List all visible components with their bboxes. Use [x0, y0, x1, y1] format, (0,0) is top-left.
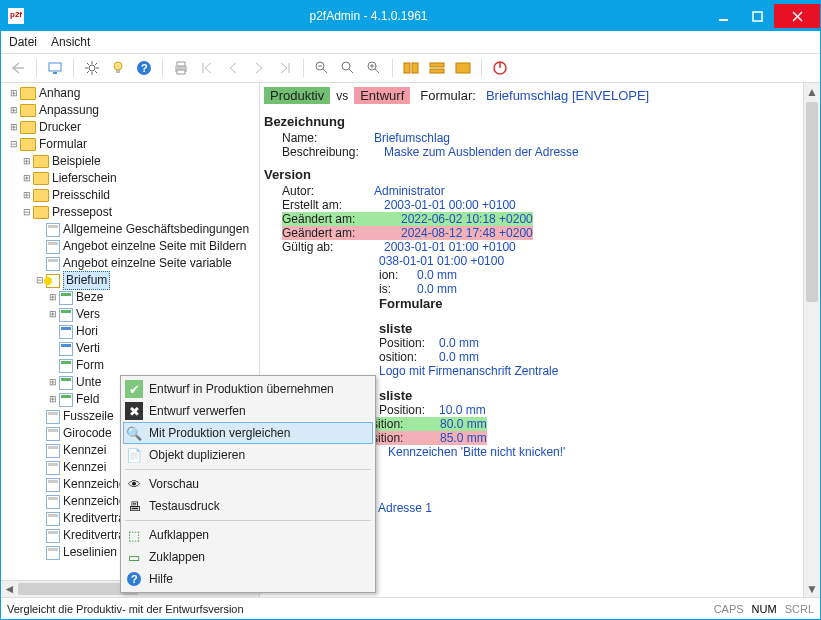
ctx-preview[interactable]: 👁Vorschau [123, 473, 373, 495]
tree-node-anhang[interactable]: ⊞Anhang [7, 85, 259, 102]
ctx-collapse[interactable]: ▭Zuklappen [123, 546, 373, 568]
gear-icon[interactable] [81, 57, 103, 79]
folder-icon [33, 155, 49, 168]
scroll-up-icon[interactable]: ▲ [804, 83, 820, 100]
svg-rect-5 [53, 72, 57, 74]
form-name-link[interactable]: Briefumschlag [ENVELOPE] [486, 88, 649, 103]
window-tile-icon[interactable] [400, 57, 422, 79]
draft-page-icon [46, 274, 60, 288]
folder-icon [33, 189, 49, 202]
tree-node-hori[interactable]: ....Hori [7, 323, 259, 340]
ctx-duplicate[interactable]: 📄Objekt duplizieren [123, 444, 373, 466]
tree-node-vers[interactable]: ...⊞Vers [7, 306, 259, 323]
scroll-thumb[interactable] [806, 102, 818, 302]
duplicate-icon: 📄 [125, 446, 143, 464]
subform-link[interactable]: Kennzeichen 'Bitte nicht knicken!' [388, 445, 565, 459]
svg-rect-2 [719, 19, 728, 21]
monitor-icon[interactable] [44, 57, 66, 79]
tree-node-angebot-var[interactable]: ...Angebot einzelne Seite variable [7, 255, 259, 272]
productive-tag: Produktiv [264, 87, 330, 104]
title-bar: p2f p2fAdmin - 4.1.0.1961 [1, 1, 820, 31]
scrl-indicator: SCRL [785, 603, 814, 615]
help-icon[interactable]: ? [133, 57, 155, 79]
page-icon [46, 461, 60, 475]
page-icon [59, 393, 73, 407]
page-icon [46, 495, 60, 509]
cross-icon: ✖ [125, 402, 143, 420]
page-icon [46, 478, 60, 492]
next-icon[interactable] [248, 57, 270, 79]
page-icon [59, 325, 73, 339]
status-bar: Vergleicht die Produktiv- mit der Entwur… [1, 597, 820, 619]
eye-icon: 👁 [125, 475, 143, 493]
tree-node-verti[interactable]: ....Verti [7, 340, 259, 357]
folder-icon [20, 87, 36, 100]
menu-view[interactable]: Ansicht [51, 35, 90, 49]
tree-node-pressepost[interactable]: .⊟Pressepost [7, 204, 259, 221]
compare-icon: 🔍 [125, 424, 143, 442]
author-value: Administrator [374, 184, 445, 198]
draft-tag: Entwurf [354, 87, 410, 104]
last-icon[interactable] [274, 57, 296, 79]
ctx-help[interactable]: ?Hilfe [123, 568, 373, 590]
tree-node-briefumschlag[interactable]: ..⊟Briefum [7, 272, 259, 289]
page-icon [46, 546, 60, 560]
page-icon [46, 257, 60, 271]
page-icon [46, 240, 60, 254]
ctx-testprint[interactable]: 🖶Testausdruck [123, 495, 373, 517]
tree-node-drucker[interactable]: ⊞Drucker [7, 119, 259, 136]
check-icon: ✔ [125, 380, 143, 398]
valid-from-value: 2003-01-01 01:00 +0100 [384, 240, 516, 254]
tree-node-form[interactable]: ....Form [7, 357, 259, 374]
close-button[interactable] [774, 4, 820, 28]
svg-rect-20 [430, 69, 444, 73]
print-icon[interactable] [170, 57, 192, 79]
tree-node-formular[interactable]: ⊟Formular [7, 136, 259, 153]
ctx-expand[interactable]: ⬚Aufklappen [123, 524, 373, 546]
page-icon [46, 444, 60, 458]
fieldname-value: Adresse 1 [378, 501, 432, 515]
minimize-button[interactable] [706, 4, 740, 28]
folder-icon [20, 121, 36, 134]
menu-file[interactable]: Datei [9, 35, 37, 49]
ctx-apply-draft[interactable]: ✔Entwurf in Produktion übernehmen [123, 378, 373, 400]
svg-rect-19 [430, 63, 444, 67]
content-vertical-scrollbar[interactable]: ▲ ▼ [803, 83, 820, 597]
window-single-icon[interactable] [452, 57, 474, 79]
window-stack-icon[interactable] [426, 57, 448, 79]
first-icon[interactable] [196, 57, 218, 79]
zoom-in-icon[interactable] [363, 57, 385, 79]
tree-node-angebot-bilder[interactable]: ...Angebot einzelne Seite mit Bildern [7, 238, 259, 255]
power-icon[interactable] [489, 57, 511, 79]
page-icon [46, 512, 60, 526]
logo-form-link[interactable]: Logo mit Firmenanschrift Zentrale [379, 364, 558, 378]
bezeichnung-heading: Bezeichnung [264, 114, 799, 129]
tree-node-anpassung[interactable]: ⊞Anpassung [7, 102, 259, 119]
ctx-separator [125, 469, 371, 470]
tree-node-beispiele[interactable]: .⊞Beispiele [7, 153, 259, 170]
svg-rect-13 [177, 70, 185, 74]
maximize-button[interactable] [740, 4, 774, 28]
back-arrow-icon[interactable] [7, 57, 29, 79]
tree-node-lieferschein[interactable]: .⊞Lieferschein [7, 170, 259, 187]
tree-node-agb[interactable]: ...Allgemeine Geschäftsbedingungen [7, 221, 259, 238]
svg-rect-17 [404, 63, 410, 73]
ctx-compare[interactable]: 🔍Mit Produktion vergleichen [123, 422, 373, 444]
name-value: Briefumschlag [374, 131, 450, 145]
zoom-out-icon[interactable] [311, 57, 333, 79]
scroll-down-icon[interactable]: ▼ [804, 580, 820, 597]
page-icon [59, 376, 73, 390]
ctx-separator [125, 520, 371, 521]
prev-icon[interactable] [222, 57, 244, 79]
svg-text:?: ? [131, 573, 138, 585]
sliste-heading-1: sliste [264, 321, 799, 336]
tree-node-beze[interactable]: ...⊞Beze [7, 289, 259, 306]
lightbulb-icon[interactable] [107, 57, 129, 79]
svg-point-7 [114, 62, 122, 70]
ctx-discard-draft[interactable]: ✖Entwurf verwerfen [123, 400, 373, 422]
svg-rect-4 [49, 63, 61, 71]
scroll-left-icon[interactable]: ◄ [1, 581, 18, 597]
vs-label: vs [336, 89, 348, 103]
zoom-icon[interactable] [337, 57, 359, 79]
tree-node-preisschild[interactable]: .⊞Preisschild [7, 187, 259, 204]
